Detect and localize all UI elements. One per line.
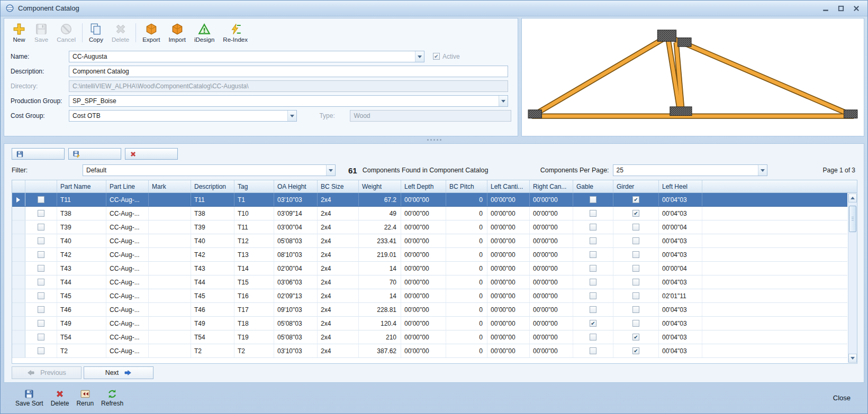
grid-toolbar-button-1[interactable] <box>12 148 65 160</box>
scrollbar-thumb[interactable] <box>849 206 856 232</box>
column-header-left_depth[interactable]: Left Depth <box>401 180 446 192</box>
cell-girder[interactable] <box>613 248 659 261</box>
per-page-dropdown-arrow-icon[interactable] <box>758 165 767 176</box>
cell-gable[interactable] <box>573 344 613 357</box>
column-header-mark[interactable]: Mark <box>149 180 191 192</box>
column-header-girder[interactable]: Girder <box>613 180 659 192</box>
name-combobox[interactable]: CC-Augusta <box>69 51 424 62</box>
cell-gable[interactable] <box>573 317 613 330</box>
production-group-dropdown-arrow-icon[interactable] <box>499 96 508 106</box>
girder-checkbox[interactable] <box>632 292 639 299</box>
toolbar-idesign-button[interactable]: iDesign <box>191 21 218 44</box>
column-header-bc_size[interactable]: BC Size <box>318 180 359 192</box>
row-checkbox[interactable] <box>38 320 44 327</box>
girder-checkbox[interactable] <box>632 320 639 327</box>
row-checkbox[interactable] <box>38 210 44 217</box>
table-row[interactable]: T44CC-Aug-...T44T1503'06"032x47000'00"00… <box>12 275 847 289</box>
table-row[interactable]: T42CC-Aug-...T42T1308'10"032x4219.0100'0… <box>12 248 847 262</box>
toolbar-new-button[interactable]: New <box>8 21 30 44</box>
footer-rerun-button[interactable]: Rerun <box>76 389 94 407</box>
panel-splitter[interactable] <box>4 136 864 143</box>
column-header-right_can[interactable]: Right Can... <box>530 180 573 192</box>
toolbar-export-button[interactable]: Export <box>139 21 164 44</box>
column-header-gable[interactable]: Gable <box>573 180 613 192</box>
row-checkbox[interactable] <box>38 265 44 272</box>
girder-checkbox[interactable] <box>632 334 639 341</box>
table-row[interactable]: T11CC-Aug-...T11T103'10"032x467.200'00"0… <box>12 193 847 207</box>
filter-dropdown-arrow-icon[interactable] <box>326 165 335 176</box>
cell-gable[interactable] <box>573 207 613 220</box>
column-header-part_line[interactable]: Part Line <box>106 180 149 192</box>
cell-gable[interactable] <box>573 193 613 206</box>
cost-group-combobox[interactable]: Cost OTB <box>69 110 297 122</box>
table-vertical-scrollbar[interactable] <box>848 194 857 363</box>
row-checkbox[interactable] <box>38 306 44 313</box>
row-checkbox[interactable] <box>38 237 44 244</box>
gable-checkbox[interactable] <box>590 237 596 244</box>
column-header-description[interactable]: Description <box>191 180 234 192</box>
gable-checkbox[interactable] <box>590 292 596 299</box>
cell-girder[interactable] <box>613 289 659 302</box>
table-row[interactable]: T46CC-Aug-...T46T1709'10"032x4228.8100'0… <box>12 303 847 317</box>
cell-girder[interactable] <box>613 234 659 247</box>
gable-checkbox[interactable] <box>590 279 596 286</box>
column-header-left_heel[interactable]: Left Heel <box>659 180 702 192</box>
row-checkbox[interactable] <box>38 251 44 258</box>
cell-girder[interactable] <box>613 344 659 357</box>
cell-gable[interactable] <box>573 262 613 275</box>
gable-checkbox[interactable] <box>590 251 596 258</box>
girder-checkbox[interactable] <box>632 279 639 286</box>
gable-checkbox[interactable] <box>590 320 596 327</box>
girder-checkbox[interactable] <box>632 347 639 354</box>
column-header-weight[interactable]: Weight <box>359 180 401 192</box>
girder-checkbox[interactable] <box>632 224 639 231</box>
minimize-icon[interactable] <box>822 5 829 12</box>
footer-save-sort-button[interactable]: Save Sort <box>15 389 43 407</box>
column-header-oa_height[interactable]: OA Height <box>274 180 318 192</box>
grid-toolbar-button-3[interactable] <box>125 148 178 160</box>
footer-delete-button[interactable]: Delete <box>51 389 69 407</box>
cell-gable[interactable] <box>573 220 613 234</box>
girder-checkbox[interactable] <box>632 265 639 272</box>
girder-checkbox[interactable] <box>632 210 639 217</box>
close-button[interactable]: Close <box>828 392 856 404</box>
description-input[interactable]: Component Catalog <box>69 66 508 77</box>
row-checkbox[interactable] <box>38 292 44 299</box>
cell-girder[interactable] <box>613 207 659 220</box>
table-row[interactable]: T54CC-Aug-...T54T1905'08"032x421000'00"0… <box>12 330 847 344</box>
maximize-icon[interactable] <box>838 5 844 12</box>
grid-toolbar-button-2[interactable] <box>68 148 121 160</box>
gable-checkbox[interactable] <box>590 224 596 231</box>
cell-girder[interactable] <box>613 303 659 316</box>
cell-girder[interactable] <box>613 275 659 289</box>
cost-group-dropdown-arrow-icon[interactable] <box>287 111 296 121</box>
cell-gable[interactable] <box>573 275 613 289</box>
scrollbar-down-icon[interactable] <box>848 354 857 363</box>
per-page-combobox[interactable]: 25 <box>613 164 767 176</box>
gable-checkbox[interactable] <box>590 306 596 313</box>
cell-gable[interactable] <box>573 248 613 261</box>
table-row[interactable]: T2CC-Aug-...T2T203'10"032x4387.6200'00"0… <box>12 344 847 358</box>
cell-girder[interactable] <box>613 262 659 275</box>
filter-combobox[interactable]: Default <box>83 164 336 176</box>
toolbar-import-button[interactable]: Import <box>165 21 189 44</box>
cell-girder[interactable] <box>613 193 659 206</box>
column-header-tag[interactable]: Tag <box>234 180 274 192</box>
scrollbar-up-icon[interactable] <box>848 194 857 203</box>
girder-checkbox[interactable] <box>632 196 639 203</box>
girder-checkbox[interactable] <box>632 306 639 313</box>
cell-girder[interactable] <box>613 330 659 344</box>
table-row[interactable]: T45CC-Aug-...T45T1602'09"132x41400'00"00… <box>12 289 847 303</box>
gable-checkbox[interactable] <box>590 334 596 341</box>
cell-girder[interactable] <box>613 317 659 330</box>
cell-gable[interactable] <box>573 330 613 344</box>
column-header-part_name[interactable]: Part Name <box>57 180 106 192</box>
gable-checkbox[interactable] <box>590 196 596 203</box>
table-row[interactable]: T43CC-Aug-...T43T1402'00"042x41400'00"00… <box>12 262 847 275</box>
cell-gable[interactable] <box>573 303 613 316</box>
name-dropdown-arrow-icon[interactable] <box>415 51 424 62</box>
table-row[interactable]: T39CC-Aug-...T39T1103'00"042x422.400'00"… <box>12 220 847 234</box>
table-row[interactable]: T38CC-Aug-...T38T1003'09"142x44900'00"00… <box>12 207 847 220</box>
row-checkbox[interactable] <box>38 279 44 286</box>
table-row[interactable]: T40CC-Aug-...T40T1205'08"032x4233.4100'0… <box>12 234 847 248</box>
